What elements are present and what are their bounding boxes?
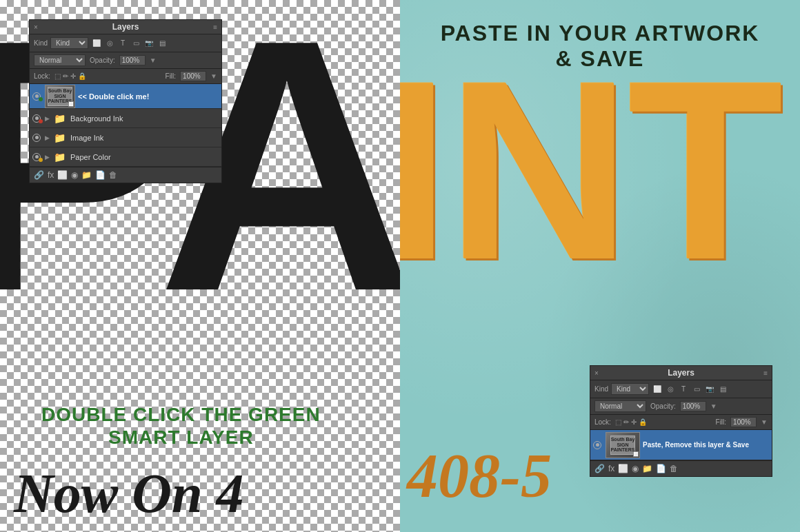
right-orange-letters: INT — [400, 55, 780, 285]
layer-row-image-ink[interactable]: ▶ 📁 Image Ink — [30, 128, 221, 147]
kind-label-right: Kind — [594, 385, 608, 393]
eye-circle-paste — [593, 441, 601, 449]
new-group-icon[interactable]: 📁 — [81, 170, 92, 180]
lock-paint-r[interactable]: ✏ — [623, 418, 629, 426]
lock-icons-r: ⬚ ✏ ✛ 🔒 — [615, 418, 647, 426]
folder-arrow-img: ▶ — [45, 134, 50, 141]
left-panel: PA DOUBLE CLICK THE GREEN SMART LAYER No… — [0, 0, 400, 532]
bg-ink-color-dot — [39, 119, 43, 123]
layers-panel-left: × Layers ≡ Kind Kind ⬜ ◎ T ▭ 📷 ▤ Normal — [29, 19, 222, 183]
right-top-text: PASTE IN YOUR ARTWORK & SAVE — [400, 21, 800, 72]
filter-icon-r[interactable]: ▤ — [717, 384, 728, 395]
folder-icon-bg: 📁 — [54, 113, 66, 124]
smart-icon[interactable]: 📷 — [143, 38, 154, 49]
panel-row2-right: Normal Opacity: ▼ — [590, 398, 772, 415]
shape-icon[interactable]: ▭ — [130, 38, 141, 49]
fx-icon[interactable]: fx — [48, 170, 54, 180]
paper-color-dot — [39, 158, 43, 162]
opacity-arrow-r: ▼ — [710, 402, 717, 410]
shape-icon-r[interactable]: ▭ — [691, 384, 702, 395]
panel-bottom-right: 🔗 fx ⬜ ◉ 📁 📄 🗑 — [590, 460, 772, 476]
eye-pupil-paper — [35, 155, 39, 158]
fx-icon-r[interactable]: fx — [608, 464, 614, 473]
lock-pixel-icon[interactable]: ⬚ — [54, 72, 61, 80]
folder-icon-img: 📁 — [54, 132, 66, 143]
opacity-input-r[interactable] — [680, 401, 706, 411]
fill-input-r[interactable] — [730, 417, 757, 427]
eye-pupil-paste — [596, 443, 599, 447]
smart-icon-r[interactable]: 📷 — [704, 384, 715, 395]
lock-label-r: Lock: — [594, 418, 611, 426]
eye-icon-img[interactable] — [32, 134, 42, 142]
paste-layer-name: Paste, Remove this layer & Save — [643, 441, 769, 449]
opacity-input[interactable] — [119, 55, 146, 65]
new-group-icon-r[interactable]: 📁 — [642, 464, 652, 473]
pixel-icon[interactable]: ⬜ — [91, 38, 102, 49]
adjust-icon-r[interactable]: ◎ — [665, 384, 676, 395]
panel-menu-icon[interactable]: ≡ — [213, 23, 217, 31]
filter-icon[interactable]: ▤ — [157, 38, 168, 49]
blend-mode-right[interactable]: Normal — [594, 400, 646, 412]
lock-icons: ⬚ ✏ ✛ 🔒 — [54, 72, 86, 80]
lock-move-r[interactable]: ✛ — [631, 418, 637, 426]
adjustment-icon[interactable]: ◎ — [104, 38, 115, 49]
layer-row-smart[interactable]: South BaySIGNPAINTERS ⊞ << Double click … — [30, 84, 221, 109]
new-layer-icon-r[interactable]: 📄 — [656, 464, 666, 473]
lock-all-icon[interactable]: 🔒 — [78, 72, 86, 80]
fill-input[interactable] — [180, 71, 206, 81]
panel-titlebar-left: × Layers ≡ — [30, 20, 221, 34]
paste-layer-thumbnail: South BaySIGNPAINTERS ⊞ — [606, 432, 640, 458]
eye-pupil-img — [35, 136, 39, 139]
close-icon-right[interactable]: × — [594, 369, 599, 377]
lock-move-icon[interactable]: ✛ — [70, 72, 76, 80]
eye-icon-paper[interactable] — [32, 153, 42, 161]
layer-color-dot — [39, 97, 43, 101]
delete-layer-icon[interactable]: 🗑 — [109, 170, 117, 180]
panel-title-right: Layers — [668, 368, 694, 378]
kind-dropdown-right[interactable]: Kind — [611, 383, 649, 395]
adjustment-add-icon-r[interactable]: ◉ — [632, 464, 639, 473]
right-cursive-text: 408-5 — [407, 440, 552, 511]
eye-icon-bg[interactable] — [32, 114, 42, 123]
mask-icon-r[interactable]: ⬜ — [618, 464, 628, 473]
layer-row-paper[interactable]: ▶ 📁 Paper Color — [30, 147, 221, 167]
fill-arrow-r: ▼ — [761, 418, 768, 426]
link-icon-r[interactable]: 🔗 — [594, 464, 605, 473]
lock-pixel-r[interactable]: ⬚ — [615, 418, 621, 426]
layer-row-paste[interactable]: South BaySIGNPAINTERS ⊞ Paste, Remove th… — [590, 430, 772, 460]
bg-ink-layer-name: Background Ink — [70, 114, 219, 123]
eye-icon-paste[interactable] — [593, 441, 603, 449]
toolbar-icons: ⬜ ◎ T ▭ 📷 ▤ — [91, 38, 168, 49]
pixel-icon-r[interactable]: ⬜ — [652, 384, 663, 395]
folder-arrow-bg: ▶ — [45, 115, 50, 122]
fill-label: Fill: — [166, 72, 177, 80]
panel-menu-icon-right[interactable]: ≡ — [763, 369, 768, 377]
eye-circle-img — [32, 134, 41, 142]
close-icon[interactable]: × — [34, 23, 38, 31]
eye-icon-smart[interactable] — [32, 92, 42, 101]
layer-row-bg-ink[interactable]: ▶ 📁 Background Ink — [30, 109, 221, 128]
link-icon[interactable]: 🔗 — [34, 170, 44, 180]
paper-layer-name: Paper Color — [70, 153, 219, 161]
new-layer-icon[interactable]: 📄 — [95, 170, 106, 180]
lock-all-r[interactable]: 🔒 — [639, 418, 647, 426]
type-icon[interactable]: T — [117, 38, 128, 49]
fill-label-r: Fill: — [716, 418, 727, 426]
panel-row2-left: Normal Opacity: ▼ — [30, 52, 221, 69]
blend-mode-dropdown[interactable]: Normal — [34, 54, 86, 66]
kind-label: Kind — [34, 39, 48, 47]
kind-dropdown[interactable]: Kind — [50, 37, 88, 49]
panel-titlebar-right: × Layers ≡ — [590, 366, 772, 380]
left-instruction-text: DOUBLE CLICK THE GREEN SMART LAYER — [41, 403, 321, 449]
smart-layer-name: << Double click me! — [78, 92, 219, 101]
adjustment-add-icon[interactable]: ◉ — [71, 170, 78, 180]
right-panel: PASTE IN YOUR ARTWORK & SAVE INT 408-5 ×… — [400, 0, 800, 532]
paste-thumb-logo: South BaySIGNPAINTERS — [610, 436, 635, 455]
toolbar-icons-right: ⬜ ◎ T ▭ 📷 ▤ — [652, 384, 728, 395]
panel-bottom-left: 🔗 fx ⬜ ◉ 📁 📄 🗑 — [30, 167, 221, 183]
lock-paint-icon[interactable]: ✏ — [63, 72, 68, 80]
delete-layer-icon-r[interactable]: 🗑 — [670, 464, 678, 473]
type-icon-r[interactable]: T — [678, 384, 689, 395]
mask-icon[interactable]: ⬜ — [57, 170, 68, 180]
instruction-line1: DOUBLE CLICK THE GREEN — [41, 403, 321, 427]
